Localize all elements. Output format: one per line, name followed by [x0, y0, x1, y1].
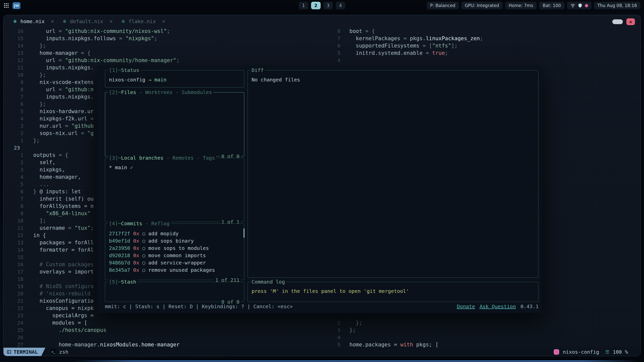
- workspace-1[interactable]: 1: [299, 2, 308, 9]
- tab-home-nix[interactable]: ❄ home.nix ×: [13, 18, 54, 24]
- scroll-percent: 100 %: [613, 349, 628, 355]
- logo-badge[interactable]: JW: [13, 2, 20, 9]
- workspace-4[interactable]: 4: [336, 2, 345, 9]
- tab-label: home.nix: [20, 18, 45, 24]
- minimize-pill-button[interactable]: [612, 19, 623, 24]
- command-log-content: press 'M' in the files panel to open 'gi…: [248, 282, 538, 294]
- lazygit-files-panel[interactable]: [2]─Files - Worktrees - Submodules 0 of …: [105, 92, 244, 156]
- terminal-mode-icon: [7, 350, 11, 354]
- battery-pill: Bat: 100: [539, 2, 564, 9]
- nix-snowflake-icon: ❄: [13, 19, 17, 24]
- code-line[interactable]: 4: [326, 334, 438, 341]
- commit-row[interactable]: 8e345a7 0x ○ remove unused packages: [109, 266, 244, 274]
- line-number: 5: [326, 50, 340, 56]
- line-number: 4: [326, 57, 340, 63]
- line-number: 15: [14, 35, 23, 41]
- tab-close-icon[interactable]: ×: [51, 18, 54, 24]
- window-close-button[interactable]: ×: [626, 18, 635, 25]
- editor-right-pane-top[interactable]: 8boot = {7 kernelPackages = pkgs.linuxPa…: [326, 27, 483, 64]
- code-line[interactable]: 13 home-manager = {: [4, 49, 180, 57]
- line-number: 12: [14, 232, 23, 238]
- bottom-accent-line: [75, 360, 638, 361]
- wifi-icon[interactable]: [570, 4, 575, 8]
- line-number: 26: [14, 334, 23, 340]
- nix-snowflake-icon: ❄: [63, 19, 67, 24]
- line-number: 3: [14, 167, 23, 173]
- lazygit-stash-panel[interactable]: [5]─Stash 0 of 0: [105, 282, 244, 302]
- code-line[interactable]: 16 url = "github:nix-community/nixos-wsl…: [4, 27, 180, 35]
- lines-icon: ☰: [605, 349, 609, 354]
- code-line[interactable]: 8boot = {: [326, 27, 483, 35]
- line-number: 2: [14, 130, 23, 136]
- commit-row[interactable]: d920218 0x ○ move common imports: [109, 252, 244, 259]
- line-number: 11: [14, 65, 23, 71]
- code-line[interactable]: 5home.packages = with pkgs; [: [326, 341, 438, 348]
- line-number: 7: [14, 196, 23, 202]
- workspace-3[interactable]: 3: [324, 2, 333, 9]
- code-line[interactable]: 4: [326, 57, 483, 64]
- line-number: 4: [326, 334, 340, 340]
- commit-row[interactable]: 9486b7d 0x ○ add service-wrapper: [109, 259, 244, 266]
- code-line[interactable]: 2 };: [326, 319, 438, 326]
- commits-scrollbar[interactable]: [244, 228, 245, 238]
- shield-icon[interactable]: [578, 3, 582, 8]
- line-number: 2: [14, 159, 23, 165]
- line-number: 3: [326, 327, 340, 333]
- panel-title: [4]─Commits - Reflog: [108, 220, 171, 227]
- code-line[interactable]: 24 modules = [: [4, 319, 180, 326]
- line-number: 17: [14, 269, 23, 275]
- code-line[interactable]: 12 url = "github:nix-community/home-mana…: [4, 57, 180, 64]
- system-tray: [567, 2, 591, 9]
- donate-link[interactable]: Donate: [457, 303, 475, 310]
- line-number: 16: [14, 261, 23, 267]
- repo-label: nixos-config: [563, 349, 599, 355]
- line-number: 1: [14, 152, 23, 158]
- commit-row[interactable]: 2a23950 0x ○ move sops to modules: [109, 244, 244, 252]
- commit-row[interactable]: b49ef1d 0x ○ add sops binary: [109, 237, 244, 244]
- tabbar: ❄ home.nix × ❄ default.nix × ❄ flake.nix…: [4, 15, 640, 28]
- statusline: TERMINAL >_ zsh nixos-config ☰ 100 %: [4, 348, 640, 356]
- code-line[interactable]: 27 home-manager.nixosModules.home-manage…: [4, 341, 180, 348]
- lazygit-status-panel[interactable]: [1]─Status nixos-config→main: [105, 70, 244, 87]
- line-number: 8: [14, 203, 23, 209]
- lazygit-diff-panel[interactable]: Diff No changed files: [248, 70, 538, 278]
- line-number: 3: [14, 123, 23, 129]
- line-number: 8: [326, 28, 340, 34]
- code-line[interactable]: 26: [4, 334, 180, 341]
- app-launcher-icon[interactable]: [4, 3, 9, 8]
- lazygit-command-log-panel[interactable]: Command log press 'M' in the files panel…: [248, 282, 538, 302]
- code-line[interactable]: 7 kernelPackages = pkgs.linuxPackages_ze…: [326, 35, 483, 42]
- repo-icon: [554, 349, 559, 355]
- desktop: JW 1 2 3 4 P: Balanced GPU: Integrated H…: [0, 0, 644, 362]
- code-line[interactable]: 25 ./hosts/canopus: [4, 326, 180, 334]
- shell-label: zsh: [59, 349, 68, 355]
- code-line[interactable]: 15 inputs.nixpkgs.follows = "nixpkgs";: [4, 35, 180, 42]
- terminal-window: ❄ home.nix × ❄ default.nix × ❄ flake.nix…: [3, 15, 641, 356]
- lazygit-branches-panel[interactable]: [3]─Local branches - Remotes - Tags * ma…: [105, 158, 244, 222]
- code-line[interactable]: 5 initrd.systemd.enable = true;: [326, 49, 483, 57]
- tab-default-nix[interactable]: ❄ default.nix ×: [63, 18, 113, 24]
- workspace-2[interactable]: 2: [311, 2, 321, 9]
- tab-close-icon[interactable]: ×: [109, 18, 113, 24]
- topbar-left: JW: [4, 2, 20, 9]
- line-number: 23: [14, 145, 23, 151]
- line-number: 4: [14, 174, 23, 180]
- code-line[interactable]: 3};: [326, 326, 438, 334]
- line-number: 19: [14, 283, 23, 289]
- line-number: 18: [14, 276, 23, 282]
- lazygit-version: 0.43.1: [520, 303, 539, 310]
- line-number: 16: [14, 28, 23, 34]
- status-dot-icon[interactable]: [585, 4, 588, 7]
- commit-row[interactable]: 2717f2f 0x ○ add mopidy: [109, 230, 244, 237]
- line-number: 20: [14, 291, 23, 297]
- tab-label: flake.nix: [129, 18, 156, 24]
- editor-right-pane-bottom[interactable]: 2 };3};45home.packages = with pkgs; [: [326, 319, 438, 348]
- panel-title: [5]─Stash: [108, 278, 137, 285]
- lazygit-commits-panel[interactable]: [4]─Commits - Reflog 2717f2f 0x ○ add mo…: [105, 223, 244, 280]
- line-number: 13: [14, 50, 23, 56]
- ask-question-link[interactable]: Ask Question: [479, 303, 516, 310]
- tab-flake-nix[interactable]: ❄ flake.nix ×: [121, 18, 165, 24]
- code-line[interactable]: 14 };: [4, 42, 180, 49]
- code-line[interactable]: 6 supportedFilesystems = ["ntfs"];: [326, 42, 483, 49]
- tab-close-icon[interactable]: ×: [162, 18, 165, 24]
